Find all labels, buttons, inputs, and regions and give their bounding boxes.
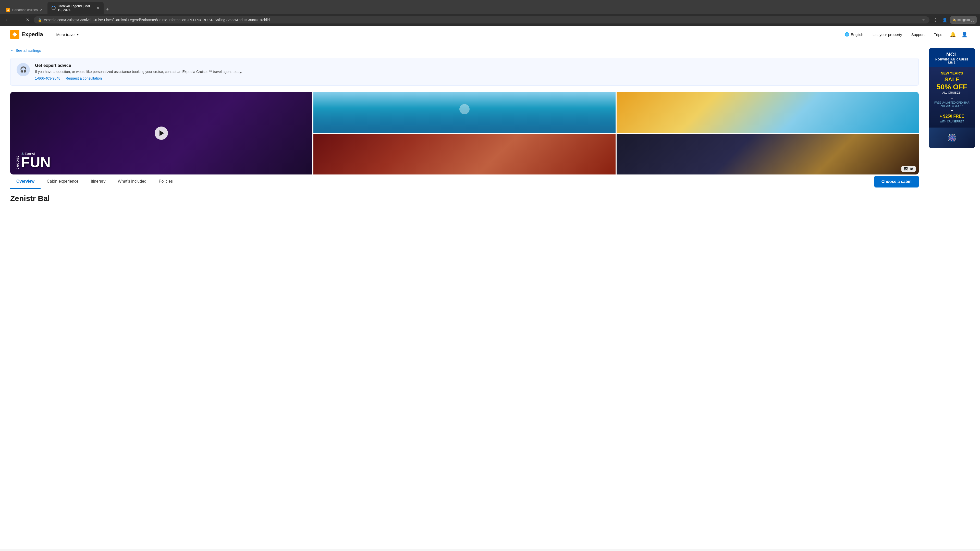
main-container: ← See all sailings 🎧 Get expert advice I… [0, 43, 980, 208]
expert-content: Get expert advice If you have a question… [35, 63, 242, 80]
ad-plus1: FREE UNLIMITED OPEN BAR [932, 101, 971, 104]
tab-close-2[interactable]: ✕ [97, 6, 100, 10]
svg-marker-0 [13, 32, 17, 37]
globe-icon: 🌐 [845, 32, 850, 37]
ncl-logo: NCL NORWEGIAN CRUISE LINE [932, 51, 972, 64]
language-button[interactable]: 🌐 English [840, 30, 867, 39]
ad-plus-divider: + [932, 96, 971, 100]
gallery-main-image[interactable]: CHOOSE ⚓ Carnival FUN [10, 92, 312, 175]
trips-label: Trips [934, 32, 942, 37]
ncl-ad-content: NEW YEAR'S SALE 50% OFF ALL CRUISES* + F… [929, 67, 975, 127]
account-button[interactable]: 👤 [959, 29, 970, 40]
play-button[interactable] [155, 127, 168, 140]
list-property-button[interactable]: List your property [869, 30, 906, 39]
language-label: English [851, 32, 863, 37]
expert-description: If you have a question, or would like pe… [35, 70, 242, 74]
browser-chrome: Z Bahamas cruises ✕ Carnival Legend | Ma… [0, 0, 980, 26]
ad-sale-text: SALE [932, 76, 971, 83]
tab-whats-included[interactable]: What's included [111, 175, 152, 189]
ad-free-amount: + $250 FREE [932, 114, 971, 119]
content-area: ← See all sailings 🎧 Get expert advice I… [0, 43, 929, 208]
gallery-image-bar[interactable]: 🖼 18 [617, 134, 919, 175]
more-travel-label: More travel [56, 32, 75, 37]
choose-cabin-label: Choose a cabin [881, 179, 912, 184]
back-link-label: See all sailings [16, 48, 41, 52]
more-travel-chevron-icon: ▾ [77, 32, 79, 37]
browser-toolbar: ← → ✕ 🔒 ☆ ⋮ 👤 🕵 Incognito (2) [0, 14, 980, 26]
header-nav: 🌐 English List your property Support Tri… [840, 29, 970, 40]
back-arrow-icon: ← [10, 48, 14, 52]
ncl-ad-header: NCL NORWEGIAN CRUISE LINE [929, 48, 975, 67]
profile-button[interactable]: 👤 [941, 16, 949, 24]
trips-button[interactable]: Trips [930, 30, 946, 39]
tab-overview[interactable]: Overview [10, 175, 41, 189]
tab-close-1[interactable]: ✕ [40, 8, 43, 12]
notifications-button[interactable]: 🔔 [947, 29, 958, 40]
carnival-logo-overlay: CHOOSE ⚓ Carnival FUN [16, 152, 51, 169]
tab-cabin-experience[interactable]: Cabin experience [41, 175, 85, 189]
back-button[interactable]: ← [3, 16, 11, 24]
ncl-ad[interactable]: NCL NORWEGIAN CRUISE LINE NEW YEAR'S SAL… [929, 48, 975, 148]
ad-plus-divider2: + [932, 108, 971, 113]
ad-fireworks-image: 🎆 [929, 127, 975, 148]
tab-policies[interactable]: Policies [153, 175, 179, 189]
image-gallery: CHOOSE ⚓ Carnival FUN [10, 92, 919, 175]
bookmark-icon[interactable]: ☆ [922, 18, 925, 22]
url-input[interactable] [44, 18, 920, 22]
support-button[interactable]: Support [907, 30, 929, 39]
page: Expedia More travel ▾ 🌐 English List you… [0, 26, 980, 549]
more-travel-button[interactable]: More travel ▾ [53, 30, 82, 39]
browser-tab-1[interactable]: Z Bahamas cruises ✕ [2, 6, 47, 14]
extensions-button[interactable]: ⋮ [932, 16, 940, 24]
gallery-image-slides[interactable] [617, 92, 919, 133]
expert-title: Get expert advice [35, 63, 242, 68]
site-header: Expedia More travel ▾ 🌐 English List you… [0, 26, 980, 43]
expedia-logo[interactable]: Expedia [10, 30, 43, 39]
gallery-image-pool[interactable] [313, 92, 616, 133]
ad-cruisefirst: WITH CRUISEFIRST [932, 120, 971, 123]
expert-consultation-link[interactable]: Request a consultation [65, 76, 102, 80]
tab-bar: Z Bahamas cruises ✕ Carnival Legend | Ma… [0, 0, 980, 14]
expert-phone-link[interactable]: 1-866-403-9848 [35, 76, 60, 80]
ad-plus2: AIRFARE & MORE* [932, 105, 971, 107]
tab-favicon-2 [52, 6, 56, 10]
cruise-nav-tabs: Overview Cabin experience Itinerary What… [10, 175, 919, 189]
address-bar: 🔒 ☆ [34, 16, 929, 24]
status-bar: https://www.expedia.com/Cruises/Carnival… [0, 549, 980, 551]
gallery-image-food[interactable] [313, 134, 616, 175]
ad-all-cruises: ALL CRUISES* [932, 91, 971, 94]
list-property-label: List your property [873, 32, 902, 37]
browser-tab-2[interactable]: Carnival Legend | Mar 10, 2024 ✕ [48, 2, 103, 14]
logo-text: Expedia [21, 31, 43, 38]
tab-favicon-1: Z [6, 8, 10, 12]
security-icon: 🔒 [38, 18, 42, 22]
section-title-text: Zenistr Bal [10, 194, 50, 203]
incognito-badge: 🕵 Incognito (2) [950, 16, 977, 24]
new-tab-button[interactable]: + [104, 6, 111, 13]
toolbar-icons: ⋮ 👤 🕵 Incognito (2) [932, 16, 977, 24]
back-to-sailings-link[interactable]: ← See all sailings [10, 48, 919, 52]
gallery-count-label: 18 [909, 167, 913, 171]
logo-icon [10, 30, 19, 39]
photos-icon: 🖼 [904, 167, 907, 171]
gallery-count-badge: 🖼 18 [901, 166, 916, 172]
incognito-label: Incognito (2) [957, 18, 974, 22]
ad-new-year-text: NEW YEAR'S [932, 71, 971, 75]
forward-button[interactable]: → [13, 16, 21, 24]
expert-links: 1-866-403-9848 Request a consultation [35, 76, 242, 80]
bell-icon: 🔔 [950, 32, 956, 38]
ncl-subtitle: NORWEGIAN CRUISE LINE [932, 58, 972, 64]
expert-advice-banner: 🎧 Get expert advice If you have a questi… [10, 58, 919, 86]
support-label: Support [912, 32, 925, 37]
user-icon: 👤 [961, 32, 968, 38]
ncl-logo-big: NCL [932, 51, 972, 58]
tab-label-2: Carnival Legend | Mar 10, 2024 [58, 4, 94, 12]
ad-percent-off: 50% OFF [932, 83, 971, 91]
tab-itinerary[interactable]: Itinerary [85, 175, 112, 189]
choose-cabin-button[interactable]: Choose a cabin [874, 176, 919, 187]
reload-button[interactable]: ✕ [24, 16, 32, 24]
tab-label-1: Bahamas cruises [12, 8, 38, 12]
headset-icon: 🎧 [17, 63, 30, 76]
content-section-title: Zenistr Bal [10, 189, 919, 208]
ad-sidebar: NCL NORWEGIAN CRUISE LINE NEW YEAR'S SAL… [929, 43, 980, 208]
